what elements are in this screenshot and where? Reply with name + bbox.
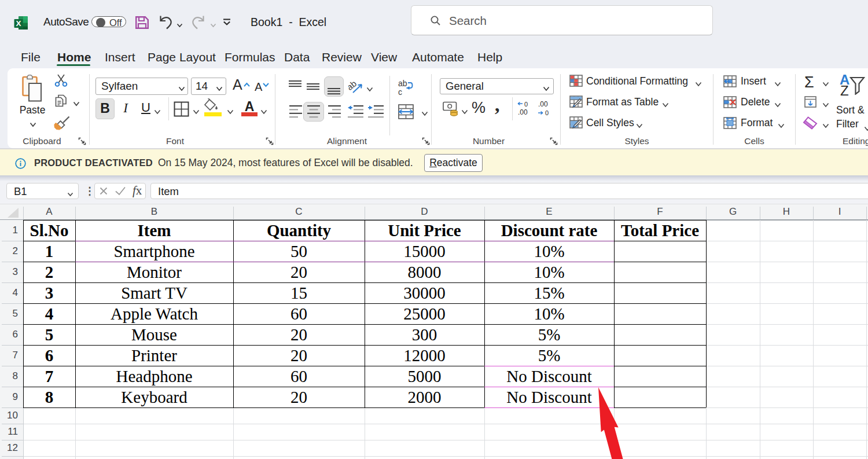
svg-text:ab: ab xyxy=(348,80,358,92)
svg-text:0: 0 xyxy=(524,101,528,108)
svg-text:.00: .00 xyxy=(538,101,548,108)
svg-text:.00: .00 xyxy=(518,108,528,116)
svg-text:0: 0 xyxy=(545,109,549,116)
svg-text:c: c xyxy=(398,87,402,96)
svg-text:ab: ab xyxy=(398,80,407,88)
svg-text:X: X xyxy=(16,19,21,28)
